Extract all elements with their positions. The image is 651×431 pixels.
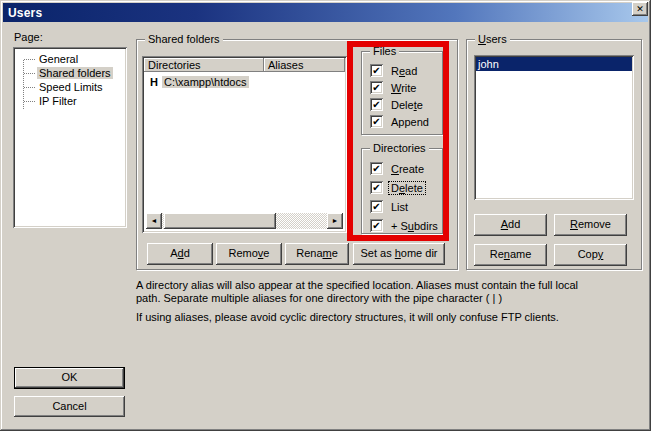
shared-rename-button[interactable]: Rename (285, 243, 349, 265)
scrollbar-thumb[interactable] (164, 213, 276, 229)
directories-group-label: Directories (370, 142, 429, 155)
scroll-right-icon: ► (332, 217, 339, 224)
checkbox-list[interactable]: ✔ List (370, 197, 438, 216)
shared-remove-button[interactable]: Remove (216, 243, 282, 265)
horizontal-scrollbar[interactable]: ◄ ► (146, 213, 343, 229)
home-flag: H (150, 76, 158, 88)
ok-button[interactable]: OK (14, 367, 125, 389)
checkbox-read[interactable]: ✔ Read (370, 62, 438, 79)
user-add-button[interactable]: Add (474, 214, 547, 236)
page-item-speed-limits[interactable]: Speed Limits (15, 80, 125, 94)
title-bar[interactable]: Users (3, 3, 648, 22)
scroll-right-button[interactable]: ► (327, 213, 343, 229)
checkbox-subdirs[interactable]: ✔ + Subdirs (370, 216, 438, 235)
close-icon: ✕ (636, 5, 644, 14)
checkbox-append[interactable]: ✔ Append (370, 113, 438, 130)
checkbox-checked-icon[interactable]: ✔ (370, 81, 383, 94)
directory-path: C:\xampp\htdocs (162, 76, 249, 88)
users-group-label: Users (475, 33, 510, 46)
help-line-3: If using aliases, please avoid cyclic di… (136, 311, 646, 324)
shared-add-button[interactable]: Add (147, 243, 213, 265)
shared-folders-group-label: Shared folders (145, 33, 223, 46)
directory-row[interactable]: HC:\xampp\htdocs (144, 76, 345, 89)
checkbox-checked-icon[interactable]: ✔ (370, 181, 383, 194)
users-list: john (474, 55, 634, 200)
checkbox-checked-icon[interactable]: ✔ (370, 115, 383, 128)
checkbox-checked-icon[interactable]: ✔ (370, 64, 383, 77)
checkbox-checked-icon[interactable]: ✔ (370, 200, 383, 213)
close-button[interactable]: ✕ (632, 2, 648, 16)
window-title: Users (3, 6, 42, 20)
checkbox-checked-icon[interactable]: ✔ (370, 219, 383, 232)
help-line-2: path. Separate multiple aliases for one … (136, 292, 646, 305)
page-item-ip-filter[interactable]: IP Filter (15, 94, 125, 108)
listview-header: Directories Aliases (144, 58, 345, 72)
help-line-1: A directory alias will also appear at th… (136, 279, 646, 292)
directories-group: Directories ✔ Create ✔ Delete ✔ List ✔ +… (361, 148, 443, 234)
page-tree: General Shared folders Speed Limits IP F… (15, 52, 125, 108)
column-header-directories[interactable]: Directories (144, 58, 264, 72)
checkbox-write[interactable]: ✔ Write (370, 79, 438, 96)
directories-listview: Directories Aliases HC:\xampp\htdocs ◄ ► (142, 56, 347, 233)
files-group: Files ✔ Read ✔ Write ✔ Delete ✔ Append (361, 51, 443, 135)
checkbox-delete-dirs[interactable]: ✔ Delete (370, 178, 438, 197)
page-item-shared-folders[interactable]: Shared folders (15, 66, 125, 80)
page-label: Page: (14, 31, 43, 43)
set-as-home-dir-button[interactable]: Set as home dir (353, 243, 445, 265)
scroll-left-button[interactable]: ◄ (146, 213, 162, 229)
page-list: General Shared folders Speed Limits IP F… (13, 47, 127, 228)
checkbox-create[interactable]: ✔ Create (370, 159, 438, 178)
checkbox-checked-icon[interactable]: ✔ (370, 98, 383, 111)
checkbox-checked-icon[interactable]: ✔ (370, 162, 383, 175)
user-remove-button[interactable]: Remove (554, 214, 627, 236)
scrollbar-track[interactable] (276, 213, 327, 229)
alias-help-text: A directory alias will also appear at th… (136, 279, 646, 324)
column-header-aliases[interactable]: Aliases (264, 58, 345, 72)
page-item-general[interactable]: General (15, 52, 125, 66)
checkbox-delete-files[interactable]: ✔ Delete (370, 96, 438, 113)
cancel-button[interactable]: Cancel (14, 396, 125, 417)
user-copy-button[interactable]: Copy (554, 244, 627, 266)
user-rename-button[interactable]: Rename (474, 244, 547, 266)
users-dialog: Users ✕ Page: General Shared folders Spe… (0, 0, 651, 431)
user-item-john[interactable]: john (476, 57, 632, 71)
scroll-left-icon: ◄ (151, 217, 158, 224)
files-group-label: Files (370, 45, 399, 58)
